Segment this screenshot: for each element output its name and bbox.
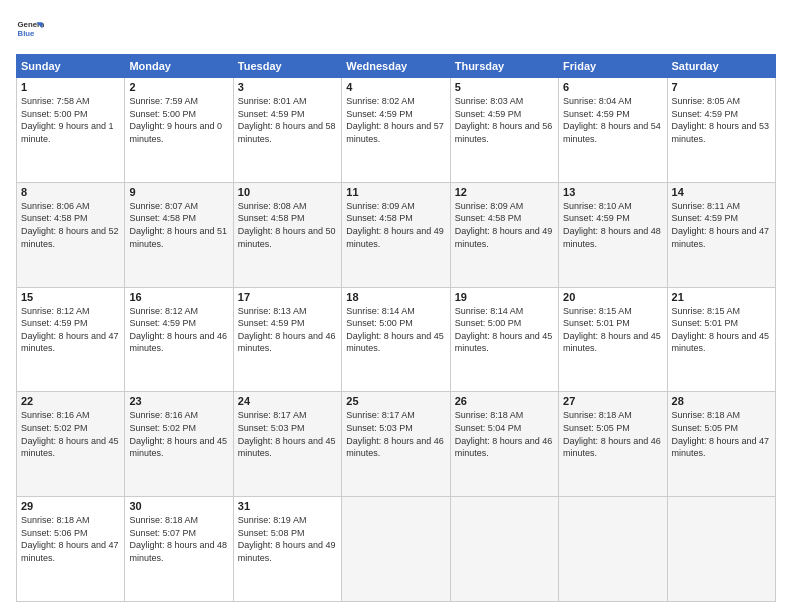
day-info: Sunrise: 8:19 AM Sunset: 5:08 PM Dayligh… xyxy=(238,514,337,564)
day-number: 21 xyxy=(672,291,771,303)
sunrise-label: Sunrise: 8:13 AM xyxy=(238,306,307,316)
sunset-label: Sunset: 5:00 PM xyxy=(21,109,88,119)
daylight-label: Daylight: 8 hours and 47 minutes. xyxy=(672,226,770,249)
sunset-label: Sunset: 4:59 PM xyxy=(672,109,739,119)
daylight-label: Daylight: 8 hours and 48 minutes. xyxy=(563,226,661,249)
calendar-cell: 27 Sunrise: 8:18 AM Sunset: 5:05 PM Dayl… xyxy=(559,392,667,497)
sunset-label: Sunset: 4:58 PM xyxy=(455,213,522,223)
sunset-label: Sunset: 4:58 PM xyxy=(346,213,413,223)
sunrise-label: Sunrise: 8:11 AM xyxy=(672,201,741,211)
sunrise-label: Sunrise: 8:17 AM xyxy=(238,410,307,420)
sunset-label: Sunset: 4:59 PM xyxy=(238,109,305,119)
calendar-cell: 4 Sunrise: 8:02 AM Sunset: 4:59 PM Dayli… xyxy=(342,78,450,183)
day-number: 20 xyxy=(563,291,662,303)
sunset-label: Sunset: 4:59 PM xyxy=(21,318,88,328)
calendar-cell: 5 Sunrise: 8:03 AM Sunset: 4:59 PM Dayli… xyxy=(450,78,558,183)
daylight-label: Daylight: 8 hours and 46 minutes. xyxy=(563,436,661,459)
sunset-label: Sunset: 4:58 PM xyxy=(21,213,88,223)
sunrise-label: Sunrise: 8:16 AM xyxy=(21,410,90,420)
daylight-label: Daylight: 9 hours and 1 minute. xyxy=(21,121,114,144)
day-number: 2 xyxy=(129,81,228,93)
calendar-cell: 7 Sunrise: 8:05 AM Sunset: 4:59 PM Dayli… xyxy=(667,78,775,183)
day-info: Sunrise: 8:18 AM Sunset: 5:05 PM Dayligh… xyxy=(672,409,771,459)
sunset-label: Sunset: 4:58 PM xyxy=(238,213,305,223)
daylight-label: Daylight: 8 hours and 52 minutes. xyxy=(21,226,119,249)
calendar-cell: 18 Sunrise: 8:14 AM Sunset: 5:00 PM Dayl… xyxy=(342,287,450,392)
sunset-label: Sunset: 5:05 PM xyxy=(672,423,739,433)
day-number: 23 xyxy=(129,395,228,407)
day-info: Sunrise: 8:07 AM Sunset: 4:58 PM Dayligh… xyxy=(129,200,228,250)
sunrise-label: Sunrise: 8:07 AM xyxy=(129,201,198,211)
day-number: 28 xyxy=(672,395,771,407)
calendar-cell: 12 Sunrise: 8:09 AM Sunset: 4:58 PM Dayl… xyxy=(450,182,558,287)
day-info: Sunrise: 8:12 AM Sunset: 4:59 PM Dayligh… xyxy=(129,305,228,355)
sunset-label: Sunset: 5:00 PM xyxy=(346,318,413,328)
sunrise-label: Sunrise: 8:09 AM xyxy=(346,201,415,211)
day-info: Sunrise: 8:18 AM Sunset: 5:07 PM Dayligh… xyxy=(129,514,228,564)
calendar-cell: 6 Sunrise: 8:04 AM Sunset: 4:59 PM Dayli… xyxy=(559,78,667,183)
daylight-label: Daylight: 8 hours and 49 minutes. xyxy=(346,226,444,249)
sunrise-label: Sunrise: 8:18 AM xyxy=(129,515,198,525)
sunrise-label: Sunrise: 8:14 AM xyxy=(346,306,415,316)
calendar-body: 1 Sunrise: 7:58 AM Sunset: 5:00 PM Dayli… xyxy=(17,78,776,602)
day-number: 30 xyxy=(129,500,228,512)
calendar-cell: 8 Sunrise: 8:06 AM Sunset: 4:58 PM Dayli… xyxy=(17,182,125,287)
sunset-label: Sunset: 5:04 PM xyxy=(455,423,522,433)
daylight-label: Daylight: 8 hours and 57 minutes. xyxy=(346,121,444,144)
day-info: Sunrise: 8:17 AM Sunset: 5:03 PM Dayligh… xyxy=(238,409,337,459)
day-info: Sunrise: 7:59 AM Sunset: 5:00 PM Dayligh… xyxy=(129,95,228,145)
daylight-label: Daylight: 8 hours and 53 minutes. xyxy=(672,121,770,144)
calendar-cell: 14 Sunrise: 8:11 AM Sunset: 4:59 PM Dayl… xyxy=(667,182,775,287)
daylight-label: Daylight: 8 hours and 45 minutes. xyxy=(563,331,661,354)
day-info: Sunrise: 8:02 AM Sunset: 4:59 PM Dayligh… xyxy=(346,95,445,145)
svg-text:Blue: Blue xyxy=(18,29,36,38)
sunrise-label: Sunrise: 8:02 AM xyxy=(346,96,415,106)
weekday-tuesday: Tuesday xyxy=(233,55,341,78)
sunrise-label: Sunrise: 8:06 AM xyxy=(21,201,90,211)
day-number: 1 xyxy=(21,81,120,93)
week-row-4: 22 Sunrise: 8:16 AM Sunset: 5:02 PM Dayl… xyxy=(17,392,776,497)
calendar-cell xyxy=(667,497,775,602)
day-info: Sunrise: 8:16 AM Sunset: 5:02 PM Dayligh… xyxy=(21,409,120,459)
day-info: Sunrise: 8:04 AM Sunset: 4:59 PM Dayligh… xyxy=(563,95,662,145)
calendar-cell xyxy=(342,497,450,602)
calendar-table: SundayMondayTuesdayWednesdayThursdayFrid… xyxy=(16,54,776,602)
day-number: 27 xyxy=(563,395,662,407)
daylight-label: Daylight: 8 hours and 45 minutes. xyxy=(21,436,119,459)
daylight-label: Daylight: 8 hours and 49 minutes. xyxy=(238,540,336,563)
weekday-sunday: Sunday xyxy=(17,55,125,78)
sunrise-label: Sunrise: 8:17 AM xyxy=(346,410,415,420)
day-info: Sunrise: 8:16 AM Sunset: 5:02 PM Dayligh… xyxy=(129,409,228,459)
weekday-wednesday: Wednesday xyxy=(342,55,450,78)
sunset-label: Sunset: 4:58 PM xyxy=(129,213,196,223)
day-number: 12 xyxy=(455,186,554,198)
day-info: Sunrise: 8:12 AM Sunset: 4:59 PM Dayligh… xyxy=(21,305,120,355)
day-info: Sunrise: 8:15 AM Sunset: 5:01 PM Dayligh… xyxy=(563,305,662,355)
calendar-cell: 24 Sunrise: 8:17 AM Sunset: 5:03 PM Dayl… xyxy=(233,392,341,497)
sunrise-label: Sunrise: 7:58 AM xyxy=(21,96,90,106)
sunrise-label: Sunrise: 8:05 AM xyxy=(672,96,741,106)
week-row-5: 29 Sunrise: 8:18 AM Sunset: 5:06 PM Dayl… xyxy=(17,497,776,602)
weekday-monday: Monday xyxy=(125,55,233,78)
calendar-cell: 1 Sunrise: 7:58 AM Sunset: 5:00 PM Dayli… xyxy=(17,78,125,183)
day-number: 11 xyxy=(346,186,445,198)
sunrise-label: Sunrise: 8:18 AM xyxy=(672,410,741,420)
daylight-label: Daylight: 8 hours and 51 minutes. xyxy=(129,226,227,249)
sunrise-label: Sunrise: 8:01 AM xyxy=(238,96,307,106)
sunset-label: Sunset: 4:59 PM xyxy=(129,318,196,328)
calendar-cell xyxy=(450,497,558,602)
sunset-label: Sunset: 5:01 PM xyxy=(563,318,630,328)
sunset-label: Sunset: 5:02 PM xyxy=(21,423,88,433)
daylight-label: Daylight: 8 hours and 45 minutes. xyxy=(129,436,227,459)
daylight-label: Daylight: 8 hours and 45 minutes. xyxy=(238,436,336,459)
daylight-label: Daylight: 8 hours and 56 minutes. xyxy=(455,121,553,144)
week-row-2: 8 Sunrise: 8:06 AM Sunset: 4:58 PM Dayli… xyxy=(17,182,776,287)
weekday-thursday: Thursday xyxy=(450,55,558,78)
sunrise-label: Sunrise: 8:14 AM xyxy=(455,306,524,316)
day-number: 9 xyxy=(129,186,228,198)
sunrise-label: Sunrise: 8:15 AM xyxy=(672,306,741,316)
sunrise-label: Sunrise: 8:18 AM xyxy=(21,515,90,525)
daylight-label: Daylight: 8 hours and 46 minutes. xyxy=(129,331,227,354)
calendar-cell: 16 Sunrise: 8:12 AM Sunset: 4:59 PM Dayl… xyxy=(125,287,233,392)
calendar-cell: 22 Sunrise: 8:16 AM Sunset: 5:02 PM Dayl… xyxy=(17,392,125,497)
